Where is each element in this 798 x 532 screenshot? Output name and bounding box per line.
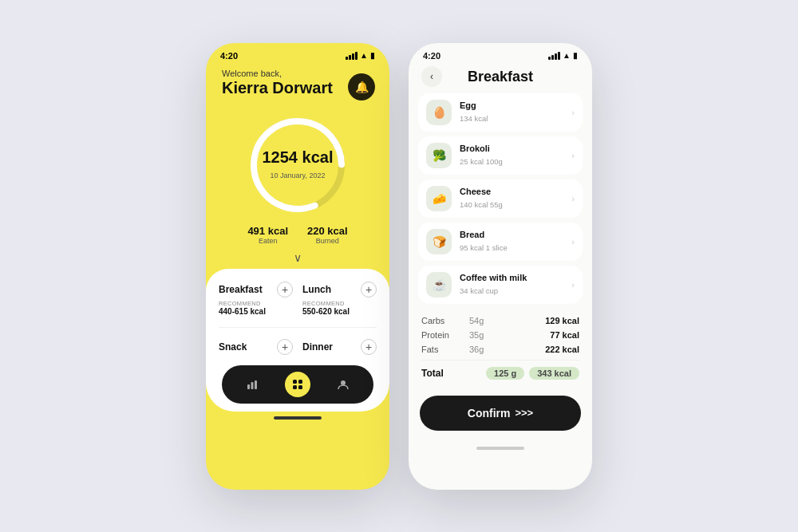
- confirm-label: Confirm: [468, 407, 511, 420]
- lunch-recommend: Recommend: [302, 300, 377, 307]
- right-home-indicator: [476, 447, 524, 450]
- food-bread[interactable]: 🍞 Bread 95 kcal 1 slice ›: [418, 223, 583, 261]
- breakfast-recommend: Recommend: [219, 300, 293, 307]
- egg-detail: 134 kcal: [460, 114, 488, 123]
- food-cheese[interactable]: 🧀 Cheese 140 kcal 55g ›: [418, 179, 583, 218]
- food-brokoli[interactable]: 🥦 Brokoli 25 kcal 100g ›: [418, 136, 583, 175]
- kcal-date: 10 January, 2022: [271, 171, 326, 179]
- meal-card: Breakfast + Recommend 440-615 kcal Lunch…: [206, 269, 389, 412]
- eaten-value: 491 kcal: [247, 225, 288, 237]
- burned-label: Burned: [307, 237, 348, 245]
- snack-meal: Snack +: [219, 339, 293, 357]
- svg-rect-8: [298, 385, 302, 389]
- fats-row: Fats 36g 222 kcal: [421, 342, 579, 357]
- breakfast-add-button[interactable]: +: [277, 282, 293, 298]
- fats-kcal: 222 kcal: [545, 345, 579, 354]
- breakfast-meal: Breakfast + Recommend 440-615 kcal: [219, 282, 293, 316]
- carbs-g: 54g: [469, 316, 545, 325]
- wifi-icon: ▲: [360, 51, 368, 60]
- brokoli-chevron-icon: ›: [571, 151, 575, 160]
- right-time: 4:20: [423, 51, 440, 61]
- nav-stats-icon[interactable]: [239, 372, 265, 397]
- bottom-nav: [222, 365, 373, 404]
- person-icon: [338, 379, 349, 390]
- carbs-label: Carbs: [421, 316, 469, 325]
- cheese-name: Cheese: [460, 187, 571, 196]
- cheese-chevron-icon: ›: [571, 194, 575, 203]
- egg-info: Egg 134 kcal: [460, 100, 571, 124]
- carbs-kcal: 129 kcal: [545, 316, 579, 325]
- page-header: ‹ Breakfast: [409, 64, 592, 93]
- right-status-bar: 4:20 ▲ ▮: [409, 43, 592, 64]
- brokoli-detail: 25 kcal 100g: [460, 157, 503, 166]
- lunch-range: 550-620 kcal: [302, 307, 377, 316]
- svg-point-9: [341, 380, 346, 385]
- ring-center: 1254 kcal 10 January, 2022: [263, 148, 334, 181]
- svg-rect-2: [247, 384, 250, 389]
- dinner-add-button[interactable]: +: [361, 339, 377, 355]
- coffee-name: Coffee with milk: [460, 273, 571, 282]
- bread-icon: 🍞: [426, 229, 452, 254]
- cheese-info: Cheese 140 kcal 55g: [460, 187, 571, 211]
- main-kcal: 1254 kcal: [263, 148, 334, 167]
- protein-kcal: 77 kcal: [550, 330, 579, 340]
- lunch-name: Lunch: [302, 284, 331, 295]
- notification-button[interactable]: 🔔: [348, 73, 375, 100]
- egg-icon: 🥚: [426, 100, 452, 125]
- left-time: 4:20: [220, 51, 238, 61]
- signal-icon: [346, 52, 358, 60]
- meal-divider: [219, 327, 377, 328]
- dinner-name: Dinner: [302, 341, 333, 353]
- cheese-detail: 140 kcal 55g: [460, 200, 503, 209]
- bread-detail: 95 kcal 1 slice: [460, 243, 508, 252]
- eaten-label: Eaten: [247, 237, 288, 245]
- right-status-icons: ▲ ▮: [548, 51, 578, 60]
- fats-label: Fats: [421, 345, 469, 354]
- snack-name: Snack: [219, 341, 247, 353]
- nutrition-summary: Carbs 54g 129 kcal Protein 35g 77 kcal F…: [409, 309, 592, 388]
- total-row: Total 125 g 343 kcal: [421, 364, 579, 383]
- protein-row: Protein 35g 77 kcal: [421, 328, 579, 342]
- back-button[interactable]: ‹: [421, 66, 442, 87]
- egg-name: Egg: [460, 100, 571, 110]
- svg-rect-6: [298, 380, 302, 384]
- lunch-add-button[interactable]: +: [361, 282, 377, 298]
- page-title: Breakfast: [468, 69, 533, 85]
- dinner-meal: Dinner +: [302, 339, 377, 357]
- confirm-section: Confirm >>>: [409, 388, 592, 442]
- home-indicator: [274, 416, 322, 420]
- confirm-arrows: >>>: [515, 407, 533, 419]
- lunch-meal: Lunch + Recommend 550-620 kcal: [302, 282, 377, 316]
- meal-grid: Breakfast + Recommend 440-615 kcal Lunch…: [219, 282, 377, 357]
- svg-rect-5: [293, 380, 297, 384]
- grid-icon: [292, 379, 303, 390]
- right-wifi-icon: ▲: [563, 51, 571, 60]
- left-phone: 4:20 ▲ ▮ Welcome back, Kierra Dorwart 🔔: [206, 43, 389, 490]
- protein-label: Protein: [421, 330, 469, 340]
- welcome-text: Welcome back,: [222, 69, 373, 78]
- nav-home-icon[interactable]: [285, 372, 310, 397]
- food-coffee[interactable]: ☕ Coffee with milk 34 kcal cup ›: [418, 266, 583, 304]
- snack-add-button[interactable]: +: [277, 339, 293, 355]
- left-status-bar: 4:20 ▲ ▮: [206, 43, 389, 64]
- right-signal-icon: [548, 52, 560, 60]
- calorie-ring-section: 1254 kcal 10 January, 2022 491 kcal Eate…: [206, 105, 389, 245]
- burned-stat: 220 kcal Burned: [307, 225, 348, 245]
- coffee-detail: 34 kcal cup: [460, 286, 498, 295]
- calorie-ring: 1254 kcal 10 January, 2022: [246, 113, 350, 217]
- left-status-icons: ▲ ▮: [346, 51, 375, 60]
- coffee-chevron-icon: ›: [571, 280, 575, 290]
- fats-g: 36g: [469, 345, 545, 354]
- confirm-button[interactable]: Confirm >>>: [420, 396, 581, 431]
- food-egg[interactable]: 🥚 Egg 134 kcal ›: [418, 93, 583, 132]
- stats-row: 491 kcal Eaten 220 kcal Burned: [247, 225, 347, 245]
- chevron-down-icon: ∨: [206, 251, 389, 264]
- right-battery-icon: ▮: [573, 51, 578, 60]
- total-label: Total: [421, 368, 444, 379]
- brokoli-info: Brokoli 25 kcal 100g: [460, 144, 571, 167]
- bar-chart-icon: [247, 379, 258, 390]
- bread-name: Bread: [460, 230, 571, 239]
- nav-profile-icon[interactable]: [330, 372, 356, 397]
- total-g-badge: 125 g: [486, 367, 524, 380]
- coffee-info: Coffee with milk 34 kcal cup: [460, 273, 571, 297]
